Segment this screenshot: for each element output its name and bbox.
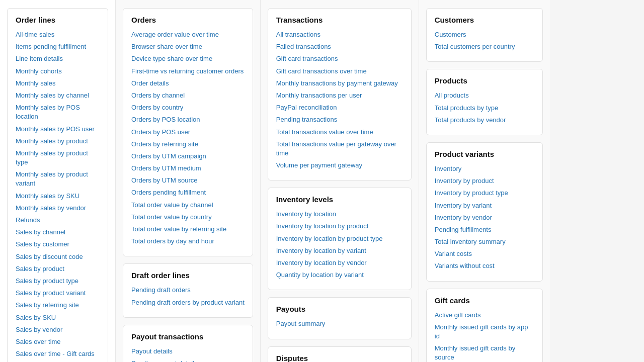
link-total-orders-by-day-and-hour[interactable]: Total orders by day and hour [131,237,245,246]
link-monthly-transactions-by-payment-gateway[interactable]: Monthly transactions by payment gateway [276,79,403,88]
link-total-order-value-by-referring-site[interactable]: Total order value by referring site [131,225,245,234]
link-monthly-sales-by-sku[interactable]: Monthly sales by SKU [16,192,100,201]
link-average-order-value-over-time[interactable]: Average order value over time [131,30,245,39]
link-total-transactions-value-over-time[interactable]: Total transactions value over time [276,128,403,137]
link-line-item-details[interactable]: Line item details [16,54,100,63]
link-payout-summary[interactable]: Payout summary [276,319,403,328]
link-inventory-by-location-by-product-type[interactable]: Inventory by location by product type [276,234,403,243]
link-orders-by-utm-source[interactable]: Orders by UTM source [131,176,245,185]
link-orders-by-channel[interactable]: Orders by channel [131,91,245,100]
link-total-customers-per-country[interactable]: Total customers per country [435,42,534,51]
link-gift-card-transactions-over-time[interactable]: Gift card transactions over time [276,67,403,76]
link-sales-by-product-type[interactable]: Sales by product type [16,277,100,286]
link-sales-by-customer[interactable]: Sales by customer [16,240,100,249]
link-all-time-sales[interactable]: All-time sales [16,30,100,39]
link-paypal-reconciliation[interactable]: PayPal reconciliation [276,103,403,112]
section-customers: CustomersCustomersTotal customers per co… [426,8,543,62]
section-title: Inventory levels [276,195,403,205]
link-inventory[interactable]: Inventory [435,164,534,173]
section-title: Product variants [435,150,534,159]
link-gift-card-transactions[interactable]: Gift card transactions [276,54,403,63]
link-all-transactions[interactable]: All transactions [276,30,403,39]
link-total-products-by-vendor[interactable]: Total products by vendor [435,116,534,125]
link-sales-by-vendor[interactable]: Sales by vendor [16,325,100,334]
link-inventory-by-location-by-variant[interactable]: Inventory by location by variant [276,246,403,255]
link-total-inventory-summary[interactable]: Total inventory summary [435,237,534,246]
link-active-gift-cards[interactable]: Active gift cards [435,311,534,320]
link-pending-draft-orders[interactable]: Pending draft orders [131,286,245,295]
link-monthly-cohorts[interactable]: Monthly cohorts [16,67,100,76]
link-orders-by-pos-location[interactable]: Orders by POS location [131,115,245,124]
link-sales-by-discount-code[interactable]: Sales by discount code [16,252,100,261]
link-inventory-by-location-by-product[interactable]: Inventory by location by product [276,222,403,231]
link-monthly-sales-by-vendor[interactable]: Monthly sales by vendor [16,204,100,213]
link-total-order-value-by-country[interactable]: Total order value by country [131,213,245,222]
link-sales-by-channel[interactable]: Sales by channel [16,228,100,237]
link-pending-draft-orders-by-product-variant[interactable]: Pending draft orders by product variant [131,298,245,307]
link-orders-by-pos-user[interactable]: Orders by POS user [131,128,245,137]
link-monthly-issued-gift-cards-by-app-id[interactable]: Monthly issued gift cards by app id [435,323,534,341]
link-monthly-sales-by-pos-user[interactable]: Monthly sales by POS user [16,125,100,134]
section-products: ProductsAll productsTotal products by ty… [426,69,543,135]
section-title: Customers [435,16,534,25]
link-browser-share-over-time[interactable]: Browser share over time [131,42,245,51]
link-monthly-issued-gift-cards-by-source[interactable]: Monthly issued gift cards by source [435,344,534,362]
section-title: Draft order lines [131,271,245,281]
link-quantity-by-location-by-variant[interactable]: Quantity by location by variant [276,270,403,280]
section-orders: OrdersAverage order value over timeBrows… [123,8,253,256]
link-monthly-sales-by-product-type[interactable]: Monthly sales by product type [16,149,100,167]
link-sales-over-time---gift-cards[interactable]: Sales over time - Gift cards [16,349,100,358]
link-orders-pending-fulfillment[interactable]: Orders pending fulfillment [131,188,245,197]
link-order-details[interactable]: Order details [131,79,245,88]
link-failed-transactions[interactable]: Failed transactions [276,42,403,51]
link-orders-by-utm-campaign[interactable]: Orders by UTM campaign [131,152,245,161]
link-payout-details[interactable]: Payout details [131,347,245,356]
link-total-order-value-by-channel[interactable]: Total order value by channel [131,201,245,210]
link-inventory-by-variant[interactable]: Inventory by variant [435,201,534,210]
link-monthly-sales-by-product-variant[interactable]: Monthly sales by product variant [16,170,100,188]
link-total-transactions-value-per-gateway-over-time[interactable]: Total transactions value per gateway ove… [276,140,403,158]
section-inventory-levels: Inventory levelsInventory by locationInv… [268,188,412,290]
link-first-time-vs-returning-customer-orders[interactable]: First-time vs returning customer orders [131,67,245,76]
link-inventory-by-location-by-vendor[interactable]: Inventory by location by vendor [276,258,403,267]
link-monthly-sales-by-product[interactable]: Monthly sales by product [16,137,100,146]
section-title: Transactions [276,16,403,25]
link-sales-over-time[interactable]: Sales over time [16,337,100,346]
link-pending-fulfillments[interactable]: Pending fulfillments [435,225,534,234]
link-orders-by-referring-site[interactable]: Orders by referring site [131,140,245,149]
link-monthly-transactions-per-user[interactable]: Monthly transactions per user [276,91,403,100]
link-monthly-sales-by-pos-location[interactable]: Monthly sales by POS location [16,103,100,121]
link-total-products-by-type[interactable]: Total products by type [435,104,534,113]
section-order-lines: Order linesAll-time salesItems pending f… [7,8,108,362]
link-monthly-sales-by-channel[interactable]: Monthly sales by channel [16,91,100,100]
link-orders-by-utm-medium[interactable]: Orders by UTM medium [131,164,245,173]
link-sales-by-product-variant[interactable]: Sales by product variant [16,289,100,298]
link-customers[interactable]: Customers [435,30,534,39]
link-pending-transactions[interactable]: Pending transactions [276,115,403,124]
link-refunds[interactable]: Refunds [16,216,100,225]
link-sales-by-sku[interactable]: Sales by SKU [16,313,100,322]
link-volume-per-payment-gateway[interactable]: Volume per payment gateway [276,161,403,170]
link-orders-by-country[interactable]: Orders by country [131,103,245,112]
column-order-lines: Order linesAll-time salesItems pending f… [0,0,116,362]
link-all-products[interactable]: All products [435,91,534,100]
section-disputes: DisputesMonthly disputesPending disputes [268,346,412,362]
link-inventory-by-location[interactable]: Inventory by location [276,210,403,219]
link-variant-costs[interactable]: Variant costs [435,249,534,258]
link-sales-by-product[interactable]: Sales by product [16,264,100,274]
link-inventory-by-product-type[interactable]: Inventory by product type [435,189,534,198]
link-sales-by-referring-site[interactable]: Sales by referring site [16,301,100,310]
section-product-variants: Product variantsInventoryInventory by pr… [426,142,543,282]
link-device-type-share-over-time[interactable]: Device type share over time [131,54,245,63]
link-variants-without-cost[interactable]: Variants without cost [435,261,534,270]
link-pending-payout-details[interactable]: Pending payout details [131,359,245,362]
section-payout-transactions: Payout transactionsPayout detailsPending… [123,325,253,362]
link-monthly-sales[interactable]: Monthly sales [16,79,100,88]
section-title: Order lines [16,16,100,25]
section-transactions: TransactionsAll transactionsFailed trans… [268,8,412,180]
section-payouts: PayoutsPayout summary [268,297,412,339]
section-title: Payout transactions [131,332,245,342]
link-inventory-by-product[interactable]: Inventory by product [435,176,534,186]
link-inventory-by-vendor[interactable]: Inventory by vendor [435,213,534,222]
link-items-pending-fulfillment[interactable]: Items pending fulfillment [16,42,100,51]
